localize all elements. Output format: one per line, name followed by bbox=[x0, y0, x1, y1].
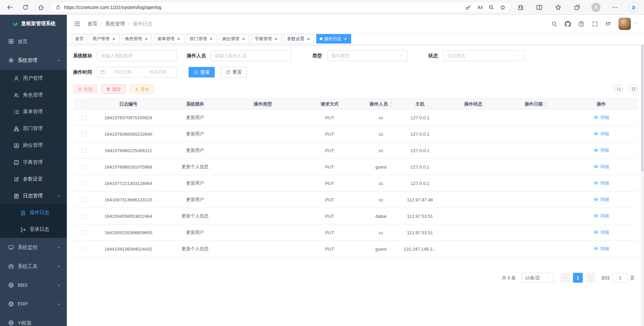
detail-link[interactable]: 详细 bbox=[593, 196, 609, 202]
github-icon[interactable] bbox=[562, 18, 573, 29]
clear-button[interactable]: 清空 bbox=[101, 84, 125, 93]
page-size-select[interactable]: 10条/页 bbox=[522, 273, 554, 282]
current-page-button[interactable]: 1 bbox=[573, 273, 583, 282]
tab[interactable]: 角色管理× bbox=[121, 34, 152, 44]
detail-link[interactable]: 详细 bbox=[593, 229, 609, 235]
zoom-out-icon[interactable] bbox=[485, 2, 497, 12]
close-icon[interactable]: × bbox=[241, 36, 246, 41]
date-range-picker[interactable]: 开始日期 - 结束日期 bbox=[97, 67, 177, 78]
type-select[interactable]: 操作类型 bbox=[327, 51, 408, 61]
sidebar-item[interactable]: Yi框架 bbox=[0, 314, 67, 326]
close-icon[interactable]: × bbox=[209, 36, 214, 41]
more-options-icon[interactable] bbox=[608, 1, 621, 13]
browser-profile-avatar[interactable] bbox=[589, 1, 602, 13]
breadcrumb-home[interactable]: 首页 bbox=[88, 20, 97, 27]
sidebar-item[interactable]: 部门管理 bbox=[0, 120, 67, 137]
sidebar-toggle-icon[interactable] bbox=[72, 19, 82, 28]
close-icon[interactable]: × bbox=[274, 36, 279, 41]
sidebar-item[interactable]: 参数设置 bbox=[0, 171, 67, 187]
tab[interactable]: 岗位管理× bbox=[219, 34, 250, 44]
detail-link[interactable]: 详细 bbox=[593, 147, 609, 153]
favorites-icon[interactable] bbox=[552, 1, 565, 13]
operator-input[interactable]: 请输入操作人员 bbox=[211, 51, 291, 61]
prev-page-button[interactable] bbox=[560, 273, 570, 282]
split-screen-icon[interactable] bbox=[533, 1, 546, 13]
font-size-icon[interactable]: tT bbox=[603, 18, 614, 29]
date-start-placeholder[interactable]: 开始日期 bbox=[107, 69, 139, 75]
bing-copilot-icon[interactable]: b bbox=[627, 1, 640, 13]
row-checkbox[interactable] bbox=[81, 115, 86, 120]
module-input[interactable]: 请输入系统模块 bbox=[97, 51, 177, 61]
row-checkbox[interactable] bbox=[81, 165, 86, 170]
row-checkbox[interactable] bbox=[81, 148, 86, 153]
sidebar-item[interactable]: 岗位管理 bbox=[0, 137, 67, 154]
help-icon[interactable] bbox=[576, 18, 587, 29]
row-checkbox[interactable] bbox=[81, 214, 86, 219]
delete-button[interactable]: 删除 bbox=[73, 84, 97, 93]
sidebar-item[interactable]: 操作日志 bbox=[0, 204, 67, 221]
detail-link[interactable]: 详细 bbox=[593, 180, 609, 186]
detail-link[interactable]: 详细 bbox=[593, 213, 609, 219]
reset-button[interactable]: 重置 bbox=[221, 67, 247, 78]
sort-icon[interactable] bbox=[544, 102, 547, 107]
export-button[interactable]: 导出 bbox=[130, 84, 154, 93]
add-favorite-star-icon[interactable] bbox=[497, 2, 508, 12]
search-icon[interactable] bbox=[549, 18, 559, 29]
sidebar-item[interactable]: 菜单管理 bbox=[0, 104, 67, 120]
row-checkbox[interactable] bbox=[81, 132, 86, 137]
sidebar-item[interactable]: 系统工具 bbox=[0, 257, 67, 276]
refresh-table-button[interactable] bbox=[629, 84, 638, 93]
extensions-icon[interactable] bbox=[514, 1, 527, 13]
close-icon[interactable]: × bbox=[306, 36, 311, 41]
reload-button[interactable] bbox=[19, 1, 32, 13]
back-button[interactable] bbox=[3, 1, 16, 13]
sidebar-item[interactable]: 系统管理 bbox=[0, 51, 67, 70]
read-aloud-icon[interactable] bbox=[474, 2, 485, 12]
status-select[interactable]: 日志状态 bbox=[443, 51, 524, 61]
tab[interactable]: 参数设置× bbox=[284, 34, 314, 44]
user-avatar[interactable] bbox=[619, 18, 631, 30]
toggle-search-button[interactable] bbox=[614, 84, 623, 93]
collections-icon[interactable] bbox=[571, 1, 584, 13]
detail-link[interactable]: 详细 bbox=[593, 114, 609, 120]
tab[interactable]: 用户管理× bbox=[89, 34, 120, 44]
breadcrumb-system[interactable]: 系统管理 bbox=[105, 20, 125, 27]
address-bar[interactable]: https://ccnetcore.com:1101/system/log/op… bbox=[50, 2, 511, 13]
url-text[interactable]: https://ccnetcore.com:1101/system/log/op… bbox=[64, 5, 463, 10]
home-button[interactable] bbox=[35, 1, 48, 13]
row-checkbox[interactable] bbox=[81, 247, 86, 252]
sidebar-item[interactable]: 首页 bbox=[0, 32, 67, 51]
close-icon[interactable]: × bbox=[111, 36, 116, 41]
detail-link[interactable]: 详细 bbox=[593, 246, 609, 252]
close-icon[interactable]: × bbox=[343, 36, 348, 41]
row-checkbox[interactable] bbox=[81, 197, 86, 202]
tab[interactable]: 操作日志× bbox=[316, 34, 351, 44]
date-end-placeholder[interactable]: 结束日期 bbox=[142, 69, 174, 75]
row-checkbox[interactable] bbox=[81, 181, 86, 186]
sidebar-item[interactable]: 用户管理 bbox=[0, 70, 67, 86]
tab[interactable]: 部门管理× bbox=[186, 34, 217, 44]
sidebar-item[interactable]: BBS bbox=[0, 276, 67, 295]
sidebar-item[interactable]: 字典管理 bbox=[0, 154, 67, 171]
sidebar-item[interactable]: 角色管理 bbox=[0, 86, 67, 103]
password-key-icon[interactable] bbox=[463, 2, 474, 12]
search-button[interactable]: 搜索 bbox=[189, 67, 215, 78]
scrollbar[interactable] bbox=[641, 15, 644, 326]
tab[interactable]: 字典管理× bbox=[251, 34, 282, 44]
column-header[interactable]: 操作日期 bbox=[507, 99, 565, 109]
row-checkbox[interactable] bbox=[81, 230, 86, 235]
column-header[interactable]: 操作人员 bbox=[362, 99, 400, 109]
sidebar-item[interactable]: ERP bbox=[0, 295, 67, 313]
detail-link[interactable]: 详细 bbox=[593, 131, 609, 137]
tab[interactable]: 首页 bbox=[72, 34, 87, 44]
fullscreen-icon[interactable] bbox=[589, 18, 600, 29]
detail-link[interactable]: 详细 bbox=[593, 164, 609, 170]
next-page-button[interactable] bbox=[585, 273, 595, 282]
tab[interactable]: 菜单管理× bbox=[154, 34, 184, 44]
goto-page-input[interactable]: 1 bbox=[613, 273, 628, 282]
sidebar-item[interactable]: 系统监控 bbox=[0, 238, 67, 257]
sidebar-item[interactable]: 登录日志 bbox=[0, 221, 67, 238]
select-all-checkbox[interactable] bbox=[81, 102, 86, 107]
close-icon[interactable]: × bbox=[144, 36, 149, 41]
sidebar-item[interactable]: 日志管理 bbox=[0, 188, 67, 204]
